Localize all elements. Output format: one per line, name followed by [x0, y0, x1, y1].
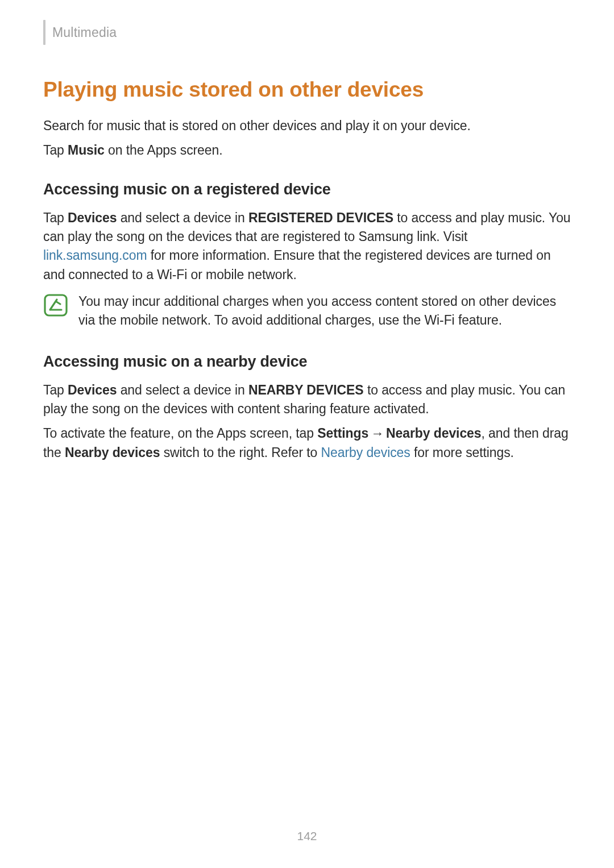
intro-paragraph-2: Tap Music on the Apps screen. [43, 141, 571, 160]
page-number: 142 [0, 829, 614, 843]
bold-text: REGISTERED DEVICES [248, 210, 393, 225]
note-callout: You may incur additional charges when yo… [43, 292, 571, 330]
section-heading: Accessing music on a registered device [43, 181, 571, 198]
bold-text: Devices [68, 210, 117, 225]
text: Tap [43, 210, 68, 225]
note-icon [43, 293, 68, 319]
link-nearby-devices[interactable]: Nearby devices [321, 445, 410, 460]
page-title: Playing music stored on other devices [43, 78, 571, 102]
text: switch to the right. Refer to [160, 445, 321, 460]
section2-paragraph-1: Tap Devices and select a device in NEARB… [43, 381, 571, 419]
bold-text: Settings [317, 426, 368, 441]
svg-rect-0 [45, 295, 67, 315]
text: Tap [43, 143, 68, 157]
link-samsung[interactable]: link.samsung.com [43, 248, 147, 263]
bold-text: Nearby devices [386, 426, 481, 441]
text: on the Apps screen. [105, 143, 223, 157]
section-nearby-device: Accessing music on a nearby device Tap D… [43, 353, 571, 462]
bold-text: Nearby devices [65, 445, 160, 460]
page-header: Multimedia [43, 20, 571, 45]
breadcrumb: Multimedia [52, 25, 117, 40]
text: Tap [43, 383, 68, 397]
header-rule [43, 20, 45, 45]
bold-text: Devices [68, 383, 117, 397]
section2-paragraph-2: To activate the feature, on the Apps scr… [43, 424, 571, 462]
section1-paragraph: Tap Devices and select a device in REGIS… [43, 209, 571, 284]
bold-text: NEARBY DEVICES [248, 383, 364, 397]
document-page: Multimedia Playing music stored on other… [0, 0, 614, 868]
section-registered-device: Accessing music on a registered device T… [43, 181, 571, 330]
text: for more settings. [410, 445, 514, 460]
intro-paragraph-1: Search for music that is stored on other… [43, 117, 571, 135]
text: and select a device in [117, 210, 248, 225]
text: To activate the feature, on the Apps scr… [43, 426, 317, 441]
section-heading: Accessing music on a nearby device [43, 353, 571, 371]
arrow-icon: → [368, 426, 386, 441]
note-text: You may incur additional charges when yo… [78, 292, 571, 330]
text: and select a device in [117, 383, 248, 397]
bold-text: Music [68, 143, 105, 157]
